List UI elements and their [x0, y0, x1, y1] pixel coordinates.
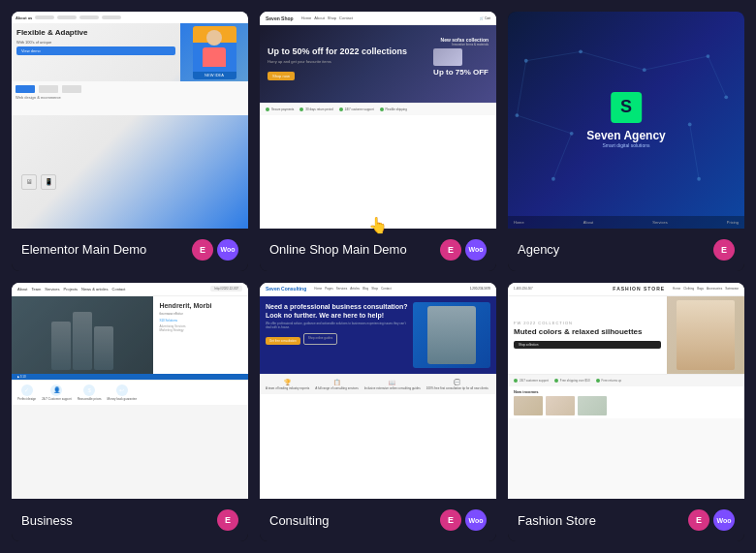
card3-badge-e: E: [713, 239, 735, 261]
card-fashion-store[interactable]: 1-400-234-567 FASHION STORE HomeClothing…: [508, 283, 744, 542]
svg-line-12: [645, 56, 709, 70]
card4-badges: E: [217, 509, 238, 531]
card2-title: Online Shop Main Demo: [269, 242, 407, 257]
card1-badge-woo: Woo: [217, 239, 238, 261]
card6-feat2: Free shipping over $50: [560, 379, 590, 383]
card5-feat1: A team of leading industry experts: [266, 386, 309, 390]
card3-preview: S Seven Agency Smart digital solutions H…: [508, 12, 744, 229]
card-online-shop[interactable]: Seven Shop Home About Shop Contact 🛒 Car…: [260, 12, 496, 271]
card1-badge-e: E: [192, 239, 213, 261]
card4-title: Business: [21, 513, 73, 528]
card3-tagline: Smart digital solutions: [586, 142, 666, 148]
card1-footer: Elementor Main Demo E Woo: [12, 229, 248, 271]
card1-hero-title: Flexible & Adaptive: [16, 28, 175, 38]
card4-hero-title: Hendrerit, Morbi: [159, 302, 242, 310]
card-business[interactable]: About Team Services Projects News & arti…: [12, 283, 248, 542]
card3-footer: Agency E: [508, 229, 744, 271]
card-agency[interactable]: S Seven Agency Smart digital solutions H…: [508, 12, 744, 271]
svg-line-14: [517, 115, 571, 134]
card4-feat1: Perfect design: [17, 397, 36, 401]
svg-line-11: [581, 51, 645, 70]
svg-line-15: [553, 134, 572, 179]
card2-side-sub: Innovative forms & materials: [433, 43, 488, 46]
card6-new-items-label: New incomes: [514, 389, 739, 394]
card4-footer: Business E: [12, 499, 248, 541]
page-container: About us Flexible & Adaptive With 100's …: [0, 0, 756, 553]
card2-feat2: 30 days return period: [305, 108, 332, 111]
card6-logo: FASHION STORE: [613, 286, 665, 292]
card5-hero-sub: We offer professional advice, guidance a…: [266, 322, 409, 329]
card2-feat4: Flexible shipping: [386, 108, 407, 111]
card6-feat3: Free returns up: [602, 379, 622, 383]
card1-hero-sub: With 100's of unique: [16, 40, 175, 45]
card5-footer: Consulting E Woo: [260, 499, 496, 541]
card5-hero-title: Need a professional business consultatio…: [266, 302, 409, 320]
card1-preview: About us Flexible & Adaptive With 100's …: [12, 12, 248, 229]
card4-preview: About Team Services Projects News & arti…: [12, 283, 248, 500]
card5-cta1[interactable]: Get free consultation: [266, 337, 300, 345]
card2-badge-woo: Woo: [465, 239, 487, 261]
card6-preview: 1-400-234-567 FASHION STORE HomeClothing…: [508, 283, 744, 500]
card2-footer: Online Shop Main Demo E Woo: [260, 229, 496, 271]
card5-title: Consulting: [269, 513, 329, 528]
card3-logo: S: [611, 92, 642, 123]
svg-line-13: [708, 56, 726, 97]
card2-side-pct: Up to 75% OFF: [433, 68, 488, 77]
card6-collection: FW 2022 collection: [514, 321, 661, 325]
card3-badges: E: [713, 239, 735, 261]
card1-cta[interactable]: View demo: [16, 46, 175, 55]
card5-badges: E Woo: [440, 509, 487, 531]
svg-line-16: [690, 124, 699, 178]
card2-preview: Seven Shop Home About Shop Contact 🛒 Car…: [260, 12, 496, 229]
card4-badge-e: E: [217, 509, 238, 531]
card5-badge-e: E: [440, 509, 461, 531]
card4-feat3: Reasonable prices: [78, 397, 102, 401]
card3-company-name: Seven Agency: [586, 129, 666, 142]
card6-badge-woo: Woo: [713, 509, 735, 531]
card5-logo: Seven Consulting: [266, 286, 306, 292]
card1-title: Elementor Main Demo: [21, 242, 146, 257]
card6-cta[interactable]: Shop collection: [514, 341, 661, 349]
card1-label: Web design & ecommerce: [16, 95, 244, 100]
card4-service: S10 Solutions: [159, 319, 242, 323]
card-consulting[interactable]: Seven Consulting HomePagesServicesArticl…: [260, 283, 496, 542]
card6-title: Fashion Store: [518, 513, 596, 528]
card4-feat4: Money back guarantee: [108, 397, 138, 401]
card6-badge-e: E: [688, 509, 709, 531]
card4-feat2: 24/7 Customer support: [42, 397, 72, 401]
card2-logo: Seven Shop: [266, 15, 294, 21]
card2-badges: E Woo: [440, 239, 487, 261]
card5-feat3: Inclusive extensive online consulting gu…: [364, 386, 421, 390]
card5-badge-woo: Woo: [465, 509, 487, 531]
card3-title: Agency: [518, 242, 559, 257]
card2-feat3: 24/7 customer support: [345, 108, 374, 111]
card2-cta[interactable]: Shop now: [268, 72, 295, 80]
svg-line-10: [526, 51, 581, 60]
card5-cta2[interactable]: Shop online guides: [303, 333, 338, 345]
svg-line-17: [517, 61, 525, 115]
card6-footer: Fashion Store E Woo: [508, 499, 744, 541]
card5-preview: Seven Consulting HomePagesServicesArticl…: [260, 283, 496, 500]
card6-feat1: 24/7 customer support: [520, 379, 549, 383]
card1-badges: E Woo: [192, 239, 238, 261]
card2-badge-e: E: [440, 239, 461, 261]
card4-hero-sub: tba massa efficitur: [159, 312, 242, 316]
card-elementor-main[interactable]: About us Flexible & Adaptive With 100's …: [12, 12, 248, 271]
card5-feat2: A full range of consulting services: [315, 386, 359, 390]
card5-feat4: 100% free first consultation tip for all…: [426, 386, 488, 390]
card6-hero-title: Muted colors & relaxed silhouettes: [514, 327, 661, 337]
card2-feat1: Secure payments: [271, 108, 294, 111]
card6-badges: E Woo: [688, 509, 735, 531]
